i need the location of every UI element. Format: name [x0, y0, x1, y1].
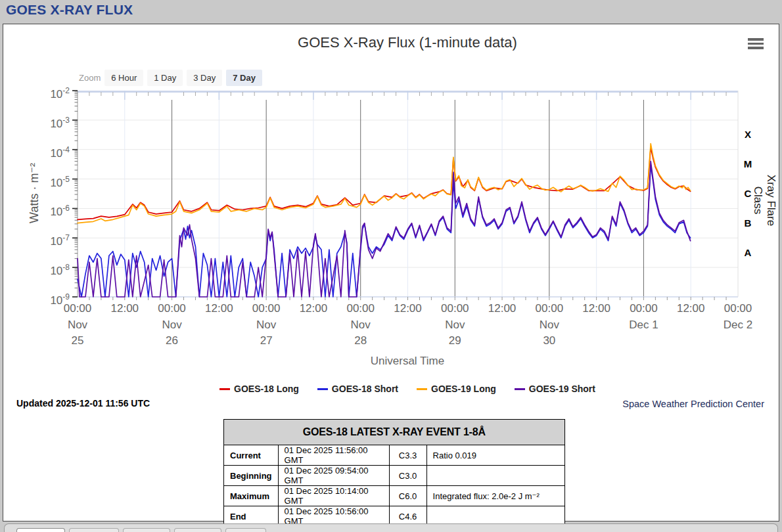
- x-axis-tick-date: 29: [425, 334, 484, 347]
- legend-dash-icon: [317, 388, 328, 390]
- page-title: GOES X-RAY FLUX: [6, 2, 133, 18]
- x-axis-tick-date: Nov: [48, 319, 107, 332]
- event-table-row: Maximum01 Dec 2025 10:14:00 GMTC6.0Integ…: [224, 486, 565, 506]
- zoom-button-6-hour[interactable]: 6 Hour: [104, 70, 143, 86]
- event-table-row: Current01 Dec 2025 11:56:00 GMTC3.3Ratio…: [224, 445, 565, 466]
- event-table-cell-note: Ratio 0.019: [426, 445, 564, 466]
- hamburger-bar: [748, 47, 764, 49]
- plot-area[interactable]: [78, 91, 738, 297]
- y-axis-tick: 10-2: [29, 83, 70, 102]
- event-table-cell-time: 01 Dec 2025 11:56:00 GMT: [278, 445, 389, 466]
- x-axis-tick-date: 26: [143, 334, 202, 347]
- series-goes-19-long: [78, 144, 691, 223]
- zoom-button-3-day[interactable]: 3 Day: [187, 70, 222, 86]
- x-axis-tick-date: Nov: [520, 319, 579, 332]
- zoom-label: Zoom: [79, 73, 101, 83]
- x-axis-tick-time: 00:00: [708, 302, 768, 315]
- y-axis-title: Watts · m⁻²: [27, 154, 41, 233]
- legend-item-goes-19-short[interactable]: GOES-19 Short: [515, 384, 595, 394]
- event-table-cell-note: Integrated flux: 2.0e-2 J m⁻²: [426, 486, 564, 506]
- bottom-tab-strip: [4, 523, 778, 532]
- y-axis-tick: 10-3: [29, 113, 70, 131]
- event-table-cell-class: C3.3: [389, 445, 426, 466]
- y-axis-tick: 10-8: [29, 260, 70, 278]
- zoom-button-1-day[interactable]: 1 Day: [147, 70, 183, 86]
- chart-legend: GOES-18 LongGOES-18 ShortGOES-19 LongGOE…: [79, 384, 736, 394]
- legend-label: GOES-19 Short: [529, 384, 595, 394]
- hamburger-bar: [748, 43, 764, 45]
- event-table-cell-class: C3.0: [389, 466, 426, 486]
- legend-label: GOES-19 Long: [431, 384, 496, 394]
- bottom-tab-2[interactable]: [69, 528, 119, 532]
- x-axis-tick-date: Dec 1: [614, 319, 673, 332]
- bottom-tab-4[interactable]: [174, 528, 221, 532]
- x-axis-tick-date: 30: [520, 334, 579, 347]
- event-table-row: Beginning01 Dec 2025 09:54:00 GMTC3.0: [224, 466, 565, 486]
- event-table-cell-class: C6.0: [389, 486, 426, 506]
- hamburger-menu-icon[interactable]: [748, 38, 765, 51]
- legend-item-goes-18-long[interactable]: GOES-18 Long: [219, 384, 299, 394]
- legend-dash-icon: [219, 388, 230, 390]
- event-table-cell-note: [426, 466, 564, 486]
- x-axis-tick-date: Nov: [425, 319, 484, 332]
- event-table-cell-label: Current: [224, 445, 279, 466]
- series-goes-19-short: [78, 162, 691, 297]
- x-axis-tick-date: Nov: [143, 319, 202, 332]
- x-axis-tick-date: Dec 2: [708, 319, 768, 332]
- zoom-buttons: 6 Hour1 Day3 Day7 Day: [104, 72, 266, 83]
- event-table-cell-label: Maximum: [224, 486, 279, 506]
- chart-title: GOES X-Ray Flux (1-minute data): [79, 34, 736, 51]
- x-axis-title: Universal Time: [210, 355, 605, 368]
- zoom-controls: Zoom 6 Hour1 Day3 Day7 Day: [79, 70, 266, 85]
- legend-dash-icon: [417, 388, 427, 390]
- bottom-tab-5[interactable]: [225, 528, 266, 532]
- event-table-cell-label: Beginning: [224, 466, 279, 486]
- page: GOES X-RAY FLUX GOES X-Ray Flux (1-minut…: [0, 0, 782, 532]
- event-table-title: GOES-18 LATEST X-RAY EVENT 1-8Å: [224, 420, 565, 445]
- x-axis-tick-date: Nov: [331, 319, 390, 332]
- x-axis-tick-date: 27: [237, 334, 296, 347]
- event-table-cell-time: 01 Dec 2025 09:54:00 GMT: [278, 466, 389, 486]
- legend-label: GOES-18 Long: [234, 384, 299, 394]
- flare-class-label-a: A: [741, 247, 755, 258]
- hamburger-bar: [748, 38, 764, 41]
- zoom-button-7-day[interactable]: 7 Day: [226, 70, 262, 86]
- x-axis-tick-date: 25: [48, 334, 107, 347]
- legend-item-goes-19-long[interactable]: GOES-19 Long: [417, 384, 496, 394]
- legend-item-goes-18-short[interactable]: GOES-18 Short: [317, 384, 398, 394]
- x-axis-tick-date: Nov: [237, 319, 296, 332]
- flare-class-label-x: X: [741, 129, 755, 140]
- updated-timestamp: Updated 2025-12-01 11:56 UTC: [16, 398, 150, 409]
- legend-label: GOES-18 Short: [332, 384, 398, 394]
- xray-event-table: GOES-18 LATEST X-RAY EVENT 1-8Å Current0…: [223, 419, 565, 527]
- x-axis-tick-date: 28: [331, 334, 390, 347]
- event-table-cell-time: 01 Dec 2025 10:14:00 GMT: [278, 486, 389, 506]
- bottom-tab-3[interactable]: [123, 528, 170, 532]
- credit-text: Space Weather Prediction Center: [567, 399, 764, 409]
- right-axis-title: Xray Flare Class: [751, 161, 777, 240]
- bottom-tab-1[interactable]: [16, 528, 65, 532]
- y-axis-tick: 10-7: [29, 231, 70, 249]
- legend-dash-icon: [515, 388, 525, 390]
